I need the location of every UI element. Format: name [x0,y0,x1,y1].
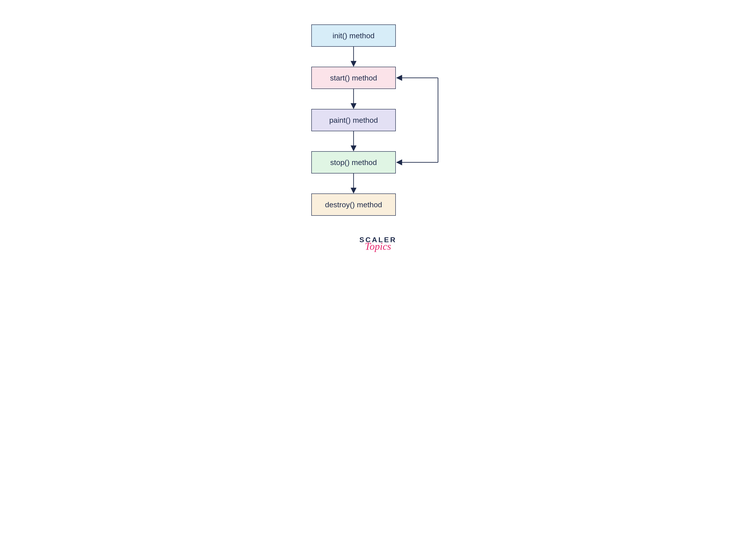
node-paint-label: paint() method [329,116,378,124]
flowchart: init() method start() method paint() met… [278,24,478,220]
node-start: start() method [311,67,396,89]
node-init: init() method [311,24,396,47]
node-stop: stop() method [311,151,396,173]
node-init-label: init() method [333,31,375,40]
node-start-label: start() method [330,74,377,82]
node-stop-label: stop() method [330,158,377,167]
node-destroy-label: destroy() method [325,200,382,209]
node-paint: paint() method [311,109,396,131]
node-destroy: destroy() method [311,193,396,216]
logo: SCALER Topics [359,236,397,252]
logo-topics-text: Topics [365,240,391,252]
